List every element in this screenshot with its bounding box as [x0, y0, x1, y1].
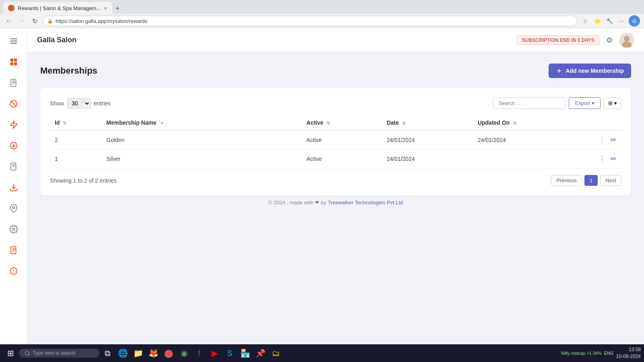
table-body: 2 Golden Active 24/01/2024 24/01/2024 ⋮ … — [50, 130, 621, 169]
svg-point-34 — [25, 351, 29, 355]
favorites-icon[interactable]: ⭐ — [592, 16, 602, 26]
row-date: 24/01/2024 — [382, 150, 473, 169]
taskbar-date: 10-09-2024 — [616, 353, 641, 360]
sidebar-item-settings[interactable] — [4, 220, 23, 239]
taskbar-store[interactable]: 🏪 — [238, 346, 252, 360]
show-label: Show — [50, 100, 64, 107]
export-label: Export — [575, 100, 590, 106]
sidebar-item-reports[interactable] — [4, 157, 23, 176]
col-updated-on[interactable]: Updated On ⇅ — [473, 115, 589, 130]
sidebar-item-clients[interactable] — [4, 73, 23, 93]
row-actions: ⋮ ✏ — [589, 130, 621, 150]
browser-tab[interactable]: Rewards | Salon & Spa Managem... × — [3, 2, 112, 14]
previous-page-button[interactable]: Previous — [551, 175, 582, 186]
settings-gear-icon[interactable]: ⚙ — [606, 36, 613, 45]
new-tab-button[interactable]: + — [112, 3, 123, 14]
next-page-button[interactable]: Next — [600, 175, 621, 186]
add-membership-button[interactable]: Add new Membership — [549, 64, 631, 78]
columns-button[interactable]: ⊞ ▾ — [604, 97, 621, 109]
row-updated-on: 24/01/2024 — [473, 130, 589, 150]
sort-id-icon: ⇅ — [63, 121, 66, 125]
tab-close-button[interactable]: × — [104, 5, 107, 11]
table-row: 2 Golden Active 24/01/2024 24/01/2024 ⋮ … — [50, 130, 621, 150]
table-footer: Showing 1 to 2 of 2 entries Previous 1 N… — [50, 175, 621, 186]
tab-favicon — [8, 5, 14, 11]
entries-select[interactable]: 30 10 50 100 — [67, 98, 91, 109]
taskbar-edge[interactable]: 🌐 — [116, 346, 130, 360]
read-mode-icon[interactable]: ☆ — [580, 16, 590, 26]
col-date[interactable]: Date ⇅ — [382, 115, 473, 130]
back-button[interactable]: ← — [4, 16, 14, 26]
sidebar-item-download[interactable] — [4, 136, 23, 155]
browser-tab-bar: Rewards | Salon & Spa Managem... × + — [0, 0, 644, 14]
address-bar[interactable]: 🔒 https://salon.galla.app/mysalon/reward… — [43, 16, 577, 26]
app-container: Galla Salon SUBSCRIPTION END IN 0 DAYS ⚙… — [0, 28, 644, 362]
add-membership-label: Add new Membership — [566, 68, 624, 74]
page-title: Memberships — [40, 66, 97, 76]
extensions-icon[interactable]: 🔧 — [605, 16, 614, 26]
taskbar-youtube[interactable]: ▶ — [207, 346, 222, 360]
user-avatar[interactable] — [619, 33, 634, 48]
browser-chrome: Rewards | Salon & Spa Managem... × + ← →… — [0, 0, 644, 28]
footer-text: © 2024 , made with ❤ by Treewalker Techn… — [268, 200, 403, 206]
lock-icon: 🔒 — [47, 18, 53, 24]
row-more-button[interactable]: ⋮ — [599, 154, 606, 163]
taskbar-red[interactable]: ⬤ — [161, 346, 176, 360]
profile-icon[interactable]: G — [629, 15, 640, 27]
sidebar-item-download2[interactable] — [4, 178, 23, 197]
col-membership-name[interactable]: Membership Name ▼ — [101, 115, 301, 130]
row-edit-button[interactable]: ✏ — [611, 136, 617, 144]
row-id: 1 — [50, 150, 101, 169]
table-controls: Show 30 10 50 100 entries Export — [50, 97, 621, 109]
svg-point-20 — [12, 206, 15, 209]
taskbar-stock: Nifty midcap +1.34% — [561, 351, 602, 356]
page-content: Memberships Add new Membership Show 30 1… — [27, 52, 644, 362]
reload-button[interactable]: ↻ — [30, 16, 39, 26]
sidebar-item-dashboard[interactable] — [4, 52, 23, 72]
company-link[interactable]: Treewalker Technologies Pvt Ltd — [328, 200, 403, 206]
start-button[interactable]: ⊞ — [3, 347, 18, 360]
page-1-button[interactable]: 1 — [584, 175, 598, 186]
row-actions: ⋮ ✏ — [589, 150, 621, 169]
row-updated-on — [473, 150, 589, 169]
col-id[interactable]: Id ⇅ — [50, 115, 101, 130]
search-input[interactable] — [493, 97, 566, 109]
svg-point-30 — [624, 36, 630, 41]
taskbar-chrome[interactable]: ◉ — [177, 346, 191, 360]
taskbar-files[interactable]: 🗂 — [268, 346, 283, 360]
export-button[interactable]: Export ▾ — [569, 97, 601, 109]
taskbar-task-view[interactable]: ⧉ — [100, 346, 115, 360]
taskbar: ⊞ Type here to search ⧉ 🌐 📁 🦊 ⬤ ◉ f ▶ S … — [0, 344, 644, 362]
table-row: 1 Silver Active 24/01/2024 ⋮ ✏ — [50, 150, 621, 169]
taskbar-firefox[interactable]: 🦊 — [146, 346, 161, 360]
row-date: 24/01/2024 — [382, 130, 473, 150]
sidebar-item-location[interactable] — [4, 199, 23, 218]
forward-button[interactable]: → — [17, 16, 27, 26]
memberships-table: Id ⇅ Membership Name ▼ Active ⇅ — [50, 115, 621, 169]
taskbar-facebook[interactable]: f — [192, 346, 206, 360]
columns-grid-icon: ⊞ — [608, 100, 613, 106]
sidebar-item-menu[interactable] — [4, 31, 23, 51]
sort-active-icon: ⇅ — [326, 121, 330, 125]
sidebar-item-reportalt[interactable] — [4, 241, 23, 260]
main-content: Galla Salon SUBSCRIPTION END IN 0 DAYS ⚙… — [27, 28, 644, 362]
table-right-controls: Export ▾ ⊞ ▾ — [493, 97, 621, 109]
svg-rect-5 — [10, 62, 13, 65]
taskbar-skype[interactable]: S — [223, 346, 237, 360]
more-icon[interactable]: ··· — [617, 16, 626, 26]
show-entries: Show 30 10 50 100 entries — [50, 98, 111, 109]
browser-actions: ☆ ⭐ 🔧 ··· G — [580, 15, 640, 27]
svg-marker-13 — [10, 121, 17, 128]
taskbar-sticky[interactable]: 📌 — [253, 346, 268, 360]
sidebar-item-rewards[interactable] — [4, 115, 23, 134]
svg-line-12 — [10, 101, 16, 107]
svg-point-21 — [12, 228, 15, 230]
sidebar-item-alert2[interactable] — [4, 261, 23, 281]
row-more-button[interactable]: ⋮ — [599, 136, 606, 144]
taskbar-explorer[interactable]: 📁 — [131, 346, 145, 360]
sidebar-item-alert[interactable] — [4, 94, 23, 113]
salon-name: Galla Salon — [37, 36, 510, 44]
row-edit-button[interactable]: ✏ — [611, 154, 617, 163]
col-active[interactable]: Active ⇅ — [301, 115, 382, 130]
svg-rect-6 — [14, 62, 17, 65]
